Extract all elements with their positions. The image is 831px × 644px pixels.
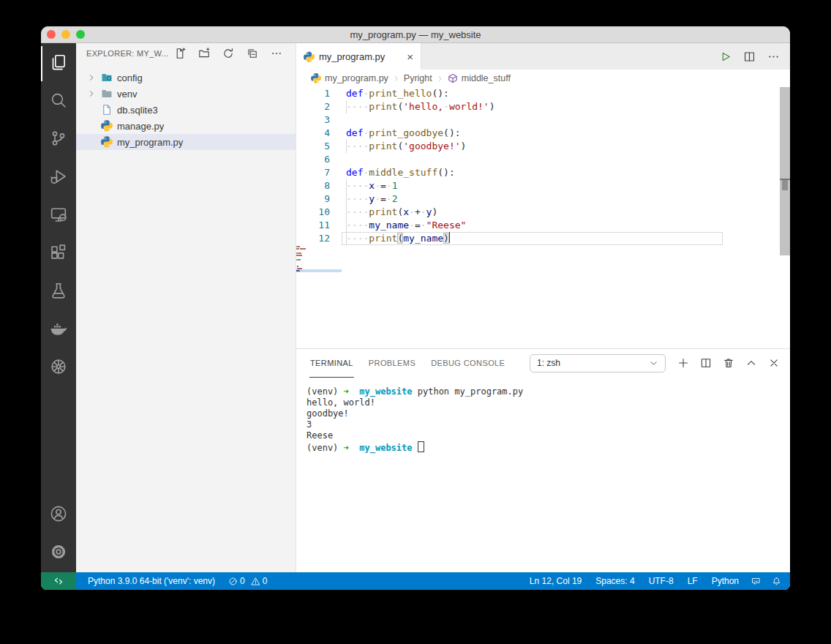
search-icon bbox=[50, 91, 67, 112]
terminal-select[interactable]: 1: zsh bbox=[530, 354, 666, 372]
problems-status[interactable]: 0 0 bbox=[227, 576, 268, 586]
language-mode-status[interactable]: Python bbox=[710, 576, 740, 586]
tree-indent bbox=[88, 136, 99, 148]
breadcrumb-separator-icon bbox=[437, 75, 443, 82]
refresh-icon[interactable] bbox=[222, 48, 234, 59]
breadcrumb-middle-stuff[interactable]: middle_stuff bbox=[448, 73, 511, 83]
file-row-my_program-py[interactable]: my_program.py bbox=[76, 134, 296, 150]
chevron-up-icon[interactable] bbox=[745, 357, 757, 369]
code-text: ····print(x·+·y) bbox=[333, 206, 437, 219]
code-line-11[interactable]: 11····my_name·=·"Reese" bbox=[296, 219, 790, 232]
breadcrumb: my_program.pyPyrightmiddle_stuff bbox=[296, 70, 790, 87]
new-folder-icon[interactable] bbox=[198, 48, 210, 59]
breadcrumb-label: middle_stuff bbox=[462, 73, 511, 83]
encoding-status[interactable]: UTF-8 bbox=[647, 576, 675, 586]
code-line-9[interactable]: 9····y·=·2 bbox=[296, 192, 790, 206]
panel-tab-problems[interactable]: PROBLEMS bbox=[368, 349, 416, 378]
new-file-icon[interactable] bbox=[174, 48, 186, 59]
activity-testing[interactable] bbox=[41, 274, 76, 310]
code-line-3[interactable]: 3 bbox=[296, 113, 790, 127]
plus-icon[interactable] bbox=[677, 357, 689, 369]
code-line-6[interactable]: 6 bbox=[296, 153, 790, 166]
run-icon[interactable] bbox=[719, 50, 732, 63]
code-text: ····my_name·=·"Reese" bbox=[333, 219, 466, 232]
line-number: 1 bbox=[296, 87, 333, 100]
line-number: 11 bbox=[296, 219, 333, 232]
code-line-12[interactable]: 12····print(my_name) bbox=[296, 232, 790, 245]
collapse-all-icon[interactable] bbox=[247, 48, 258, 59]
file-row-db-sqlite3[interactable]: db.sqlite3 bbox=[76, 102, 296, 118]
eol-status[interactable]: LF bbox=[686, 576, 699, 586]
activity-search[interactable] bbox=[41, 84, 76, 119]
file-row-manage-py[interactable]: manage.py bbox=[76, 118, 296, 134]
folder-icon bbox=[101, 88, 113, 100]
title-bar: my_program.py — my_website bbox=[41, 26, 790, 43]
terminal-output[interactable]: (venv) ➜ my_website python my_program.py… bbox=[296, 377, 790, 572]
editor-cursor bbox=[449, 232, 451, 243]
activity-source-control[interactable] bbox=[41, 122, 76, 157]
activity-kubernetes[interactable] bbox=[41, 351, 76, 386]
scrollbar-handle[interactable] bbox=[782, 180, 788, 190]
file-label: manage.py bbox=[117, 121, 164, 132]
line-number: 10 bbox=[296, 206, 333, 219]
code-line-7[interactable]: 7def·middle_stuff(): bbox=[296, 166, 790, 179]
code-text: ····y·=·2 bbox=[333, 192, 397, 206]
cursor-position-status[interactable]: Ln 12, Col 19 bbox=[528, 576, 583, 586]
minimap[interactable] bbox=[296, 246, 342, 272]
trash-icon[interactable] bbox=[723, 357, 734, 369]
tab-label: my_program.py bbox=[319, 51, 405, 62]
code-editor[interactable]: 1def·print_hello():2····print('hello,·wo… bbox=[296, 87, 790, 348]
line-number: 2 bbox=[296, 100, 333, 113]
beaker-icon bbox=[50, 282, 67, 302]
panel-tab-terminal[interactable]: TERMINAL bbox=[309, 349, 354, 378]
tree-indent bbox=[88, 104, 99, 116]
file-row-config[interactable]: config bbox=[76, 70, 296, 86]
close-tab-icon[interactable]: × bbox=[405, 50, 415, 64]
line-number: 5 bbox=[296, 140, 333, 153]
terminal-panel: TERMINALPROBLEMSDEBUG CONSOLE 1: zsh (ve… bbox=[296, 348, 790, 572]
activity-docker[interactable] bbox=[41, 312, 76, 348]
activity-settings[interactable] bbox=[41, 536, 76, 571]
activity-run-debug[interactable] bbox=[41, 160, 76, 195]
feedback-icon[interactable] bbox=[751, 577, 761, 586]
line-number: 9 bbox=[296, 192, 333, 206]
file-label: venv bbox=[117, 89, 137, 100]
warning-icon bbox=[251, 577, 260, 586]
code-line-2[interactable]: 2····print('hello,·world!') bbox=[296, 100, 790, 113]
indentation-status[interactable]: Spaces: 4 bbox=[594, 576, 636, 586]
python-icon bbox=[304, 51, 315, 62]
code-line-1[interactable]: 1def·print_hello(): bbox=[296, 87, 790, 100]
more-actions-icon[interactable] bbox=[271, 48, 282, 59]
split-editor-icon[interactable] bbox=[743, 50, 756, 63]
code-text: ····print('hello,·world!') bbox=[333, 100, 495, 113]
bell-icon[interactable] bbox=[772, 577, 781, 586]
breadcrumb-my-program-py[interactable]: my_program.py bbox=[311, 73, 388, 83]
remote-indicator[interactable] bbox=[41, 572, 76, 590]
terminal-line: goodbye! bbox=[307, 408, 790, 419]
code-text: def·print_hello(): bbox=[333, 87, 449, 100]
close-icon[interactable] bbox=[768, 357, 780, 369]
code-line-4[interactable]: 4def·print_goodbye(): bbox=[296, 127, 790, 140]
code-line-8[interactable]: 8····x·=·1 bbox=[296, 179, 790, 192]
editor-scrollbar[interactable] bbox=[780, 87, 790, 255]
activity-remote-explorer[interactable] bbox=[41, 198, 76, 233]
code-text bbox=[333, 113, 346, 127]
panel-tab-debug-console[interactable]: DEBUG CONSOLE bbox=[430, 349, 505, 378]
file-label: my_program.py bbox=[117, 137, 183, 148]
chevron-right-icon bbox=[88, 88, 99, 100]
code-line-10[interactable]: 10····print(x·+·y) bbox=[296, 206, 790, 219]
split-terminal-icon[interactable] bbox=[700, 357, 712, 369]
activity-extensions[interactable] bbox=[41, 236, 76, 272]
more-actions-icon[interactable] bbox=[767, 50, 780, 63]
terminal-line: (venv) ➜ my_website bbox=[307, 441, 790, 452]
tab-my-program[interactable]: my_program.py × bbox=[296, 43, 421, 70]
debug-icon bbox=[50, 168, 67, 188]
activity-explorer[interactable] bbox=[41, 46, 76, 81]
code-line-5[interactable]: 5····print('goodbye!') bbox=[296, 140, 790, 153]
python-interpreter-status[interactable]: Python 3.9.0 64-bit ('venv': venv) bbox=[86, 576, 217, 586]
code-text: ····print('goodbye!') bbox=[333, 140, 466, 153]
breadcrumb-pyright[interactable]: Pyright bbox=[404, 73, 432, 83]
terminal-line: Reese bbox=[307, 430, 790, 441]
activity-accounts[interactable] bbox=[41, 498, 76, 533]
file-row-venv[interactable]: venv bbox=[76, 86, 296, 102]
